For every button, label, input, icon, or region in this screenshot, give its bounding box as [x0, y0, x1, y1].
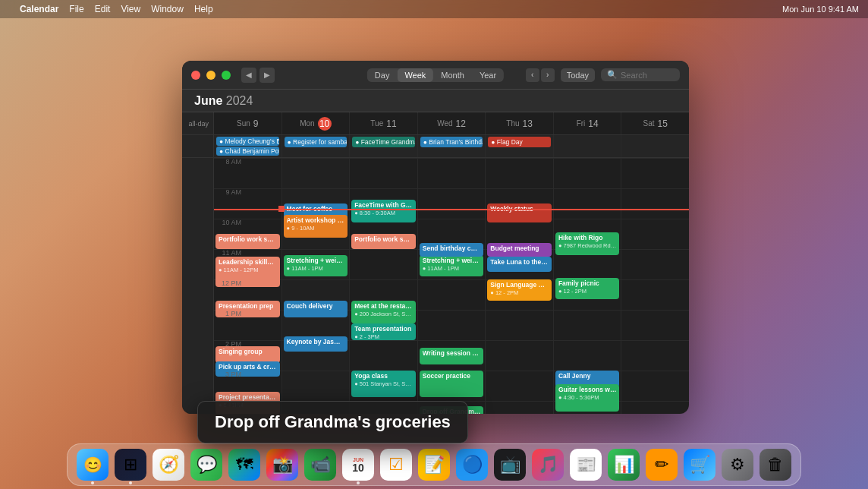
dock: 😊 ⊞ 🧭 💬 🗺 📸 📹 JUN 10 ☑ 📝 🔵 📺 🎵 📰 📊 ✏ 🛒 ⚙… — [67, 443, 801, 486]
day-name-fri: Fri — [577, 119, 586, 128]
event-24[interactable]: Yoga class● 501 Stanyan St, San Fro... — [351, 371, 416, 397]
dock-messages[interactable]: 💬 — [190, 449, 222, 481]
today-button[interactable]: Today — [561, 68, 595, 82]
search-box[interactable]: 🔍 — [601, 68, 680, 81]
allday-cell-wed: ● Brian Tran's Birthday — [418, 135, 486, 157]
view-year[interactable]: Year — [472, 68, 504, 82]
allday-cell-fri — [554, 135, 622, 157]
menu-file[interactable]: File — [69, 4, 83, 14]
allday-cell-sun: ● Melody Cheung's Birt... ● Chad Benjami… — [214, 135, 282, 157]
title-bar: ◀ ▶ Day Week Month Year ‹ › Today 🔍 — [182, 61, 689, 90]
events-col-3: Stretching + weights● 11AM - 1PMSend bir… — [418, 158, 486, 414]
dock-finder[interactable]: 😊 — [77, 449, 108, 481]
view-month[interactable]: Month — [433, 68, 472, 82]
tooltip-text: Drop off Grandma's groceries — [215, 412, 451, 431]
view-week[interactable]: Week — [397, 68, 433, 82]
event-27[interactable]: Guitar lessons with Sarah● 4:30 - 5:30PM — [555, 384, 620, 412]
allday-label: all-day — [182, 112, 213, 135]
event-23[interactable]: Soccer practice — [420, 371, 484, 397]
allday-event-facetime[interactable]: ● FaceTime Grandma — [352, 137, 415, 147]
event-1[interactable]: Artist workshop kickoff!● 9 - 10AM — [284, 215, 348, 238]
day-header-mon: Mon 10 — [282, 112, 351, 134]
day-num-sat: 15 — [658, 118, 668, 129]
dock-appletv[interactable]: 📺 — [494, 449, 526, 481]
event-20[interactable]: Writing session with Or... — [420, 348, 484, 364]
dock-settings[interactable]: ⚙ — [722, 449, 753, 481]
month-name: June — [194, 94, 222, 107]
search-icon: 🔍 — [607, 70, 618, 80]
events-col-6 — [621, 158, 689, 414]
event-8[interactable]: Stretching + weights● 11AM - 1PM — [420, 255, 484, 276]
time-label-6: 2 PM — [214, 340, 246, 348]
search-input[interactable] — [621, 71, 674, 80]
events-col-1: Meet for coffeeArtist workshop kickoff!●… — [282, 158, 351, 414]
prev-nav-button[interactable]: ◀ — [241, 68, 256, 83]
dock-safari[interactable]: 🧭 — [153, 449, 184, 481]
allday-event-flag[interactable]: ● Flag Day — [488, 137, 551, 147]
events-col-2: FaceTime with Grandma● 8:30 - 9:30AMPort… — [350, 158, 418, 414]
day-header-sun: Sun 9 — [214, 112, 282, 134]
menubar-time: Mon Jun 10 9:41 AM — [782, 5, 859, 14]
allday-event-chad[interactable]: ● Chad Benjamin Potter... — [216, 147, 279, 156]
day-name-thu: Thu — [506, 119, 519, 128]
event-17[interactable]: Meet at the restaurant● 200 Jackson St, … — [351, 301, 416, 323]
event-9[interactable]: Send birthday card to A... — [420, 243, 484, 257]
maximize-button[interactable] — [222, 71, 231, 80]
dock-notes[interactable]: 📝 — [418, 449, 450, 481]
menu-window[interactable]: Window — [151, 4, 184, 14]
dock-maps[interactable]: 🗺 — [228, 449, 260, 481]
day-num-thu: 13 — [523, 118, 533, 129]
next-nav-button[interactable]: ▶ — [259, 68, 275, 83]
event-13[interactable]: Family picnic● 12 - 2PM — [555, 278, 620, 299]
prev-week-button[interactable]: ‹ — [526, 68, 539, 82]
events-container: Portfolio work sessionLeadership skills … — [214, 158, 689, 414]
close-button[interactable] — [191, 71, 200, 80]
dock-zoom[interactable]: 🔵 — [456, 449, 488, 481]
day-header-fri: Fri 14 — [554, 112, 622, 134]
events-grid: Portfolio work sessionLeadership skills … — [214, 158, 689, 414]
dock-music[interactable]: 🎵 — [532, 449, 564, 481]
time-label-4: 12 PM — [214, 279, 246, 287]
events-col-4: Weekly statusBudget meetingTake Luna to … — [486, 158, 554, 414]
event-7[interactable]: Stretching + weights● 11AM - 1PM — [284, 255, 348, 276]
dock-trash[interactable]: 🗑 — [760, 449, 791, 481]
next-week-button[interactable]: › — [541, 68, 555, 82]
event-12[interactable]: Sign Language Club● 12 - 2PM — [487, 279, 552, 301]
day-header-wed: Wed 12 — [418, 112, 486, 134]
dock-facetime[interactable]: 📹 — [304, 449, 336, 481]
dock-store[interactable]: 🛒 — [684, 449, 715, 481]
dock-launchpad[interactable]: ⊞ — [115, 449, 146, 481]
menu-edit[interactable]: Edit — [95, 4, 111, 14]
event-4[interactable]: Portfolio work session — [215, 234, 280, 249]
day-num-mon: 10 — [318, 117, 332, 131]
calendar-window: ◀ ▶ Day Week Month Year ‹ › Today 🔍 June… — [182, 61, 689, 414]
event-tooltip: Drop off Grandma's groceries — [197, 401, 468, 443]
event-2[interactable]: FaceTime with Grandma● 8:30 - 9:30AM — [351, 200, 416, 222]
day-num-wed: 12 — [456, 118, 466, 129]
allday-event-samba[interactable]: ● Register for samba class — [285, 137, 348, 147]
app-name[interactable]: Calendar — [20, 4, 58, 14]
allday-event-birthday[interactable]: ● Melody Cheung's Birt... — [216, 137, 279, 146]
event-11[interactable]: Take Luna to the vet — [487, 257, 552, 272]
event-18[interactable]: Team presentation● 2 - 3PM — [351, 323, 416, 340]
dock-numbers[interactable]: 📊 — [608, 449, 640, 481]
dock-news[interactable]: 📰 — [570, 449, 602, 481]
event-10[interactable]: Budget meeting — [487, 243, 552, 257]
allday-event-brian[interactable]: ● Brian Tran's Birthday — [420, 137, 483, 147]
menu-view[interactable]: View — [121, 4, 140, 14]
event-3[interactable]: Weekly status — [487, 203, 552, 222]
dock-sketch[interactable]: ✏ — [646, 449, 678, 481]
time-label-0: 8 AM — [214, 158, 246, 166]
dock-photos[interactable]: 📸 — [266, 449, 298, 481]
event-14[interactable]: Hike with Rigo● 7987 Redwood Rd, Castr..… — [555, 232, 620, 255]
event-21[interactable]: Singing group — [215, 346, 280, 363]
event-19[interactable]: Keynote by Jasmine — [284, 336, 348, 352]
view-day[interactable]: Day — [367, 68, 398, 82]
event-16[interactable]: Couch delivery — [284, 301, 348, 317]
menu-help[interactable]: Help — [194, 4, 213, 14]
dock-calendar[interactable]: JUN 10 — [342, 449, 374, 481]
minimize-button[interactable] — [206, 71, 215, 80]
event-5[interactable]: Portfolio work session — [351, 234, 416, 249]
dock-reminders[interactable]: ☑ — [380, 449, 412, 481]
day-name-mon: Mon — [300, 119, 314, 128]
